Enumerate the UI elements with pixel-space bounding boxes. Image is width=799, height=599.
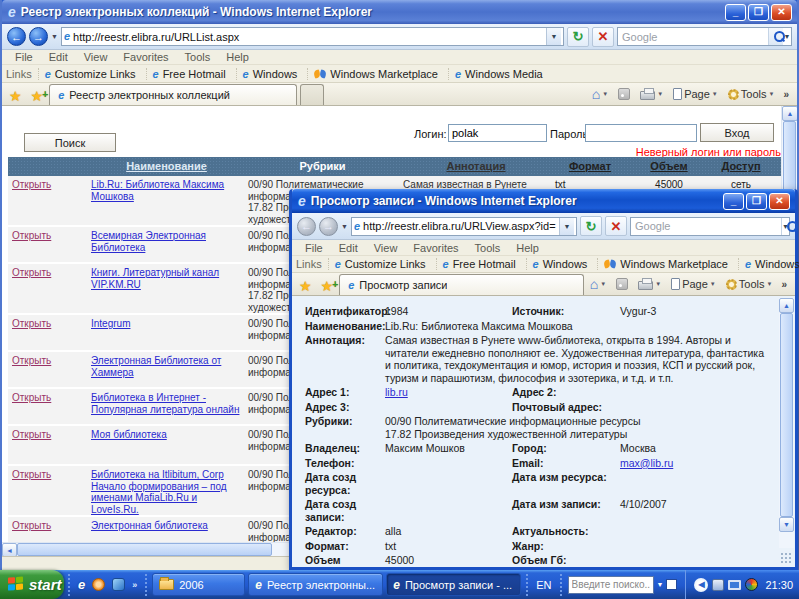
back-button[interactable]: ← — [297, 217, 316, 236]
clock-app-icon[interactable] — [92, 578, 105, 591]
maximize-button[interactable]: ❐ — [748, 4, 769, 21]
resource-name-link[interactable]: Integrum — [88, 318, 245, 330]
column-header[interactable]: Формат — [552, 161, 628, 173]
tab-record-view[interactable]: e Просмотр записи — [339, 274, 584, 295]
main-titlebar[interactable]: e Реестр электронных коллекций - Windows… — [2, 0, 797, 24]
taskbar-search-input[interactable] — [568, 576, 654, 594]
open-record-link[interactable]: Открыть — [8, 429, 88, 441]
scrollbar-thumb[interactable] — [17, 543, 272, 556]
address-dropdown-icon[interactable]: ▼ — [546, 28, 561, 45]
search-input[interactable] — [631, 220, 781, 232]
new-tab-stub[interactable] — [300, 84, 324, 105]
links-item[interactable]: eFree Hotmail — [146, 68, 232, 80]
ie-quicklaunch-icon[interactable]: e — [78, 577, 85, 592]
close-button[interactable]: ✕ — [771, 4, 792, 21]
tab-reestr[interactable]: e Реестр электронных коллекций — [49, 84, 297, 105]
search-magnifier-icon[interactable] — [781, 218, 782, 235]
minimize-button[interactable]: _ — [725, 4, 746, 21]
login-submit-button[interactable]: Вход — [700, 123, 774, 142]
search-magnifier-icon[interactable] — [768, 28, 783, 45]
links-item[interactable]: Windows Marketplace — [597, 258, 734, 270]
address-field[interactable]: e ▼ — [61, 27, 564, 46]
url-input[interactable] — [363, 220, 556, 232]
refresh-button[interactable]: ↻ — [567, 27, 589, 47]
forward-button[interactable]: → — [319, 217, 338, 236]
menu-item-favorites[interactable]: Favorites — [116, 51, 175, 63]
open-record-link[interactable]: Открыть — [8, 392, 88, 404]
feeds-button[interactable] — [613, 277, 631, 291]
url-input[interactable] — [73, 31, 543, 43]
vertical-scrollbar[interactable]: ▲ ▼ — [779, 298, 794, 548]
search-input[interactable] — [618, 31, 768, 43]
more-commands-chevron-icon[interactable]: » — [781, 89, 791, 100]
search-records-button[interactable]: Поиск — [24, 133, 116, 152]
taskbar-task-2[interactable]: eРеестр электронны... — [248, 573, 383, 596]
resource-name-link[interactable]: Электронная Библиотека от Хаммера — [88, 355, 245, 378]
menu-item-edit[interactable]: Edit — [42, 51, 75, 63]
links-item[interactable]: eFree Hotmail — [436, 258, 522, 270]
maximize-button[interactable]: ❐ — [746, 193, 767, 210]
column-header[interactable]: Объем — [628, 161, 710, 173]
history-dropdown-icon[interactable]: ▼ — [341, 223, 348, 230]
menu-item-tools[interactable]: Tools — [468, 242, 508, 254]
links-item[interactable]: eCustomize Links — [328, 258, 432, 270]
resize-grip[interactable] — [780, 552, 793, 565]
taskbar-task-3[interactable]: eПросмотр записи - ... — [386, 573, 521, 596]
popup-titlebar[interactable]: e Просмотр записи - Windows Internet Exp… — [292, 189, 795, 213]
back-button[interactable]: ← — [7, 27, 26, 46]
links-item[interactable]: eWindows — [526, 258, 594, 270]
open-record-link[interactable]: Открыть — [8, 520, 88, 532]
menu-item-view[interactable]: View — [367, 242, 405, 254]
favorites-star-icon[interactable]: ★ — [296, 277, 315, 295]
scroll-down-icon[interactable]: ▼ — [779, 517, 794, 532]
print-button[interactable]: ▼ — [635, 277, 664, 291]
tray-app-icon[interactable] — [712, 579, 724, 591]
add-favorite-icon[interactable]: ★ — [318, 277, 337, 295]
scrollbar-thumb[interactable] — [780, 313, 793, 517]
more-commands-chevron-icon[interactable]: » — [779, 279, 789, 290]
menu-item-file[interactable]: File — [8, 51, 40, 63]
column-header[interactable]: Доступ — [710, 161, 772, 173]
feeds-button[interactable] — [615, 87, 633, 101]
resource-name-link[interactable]: Библиотека в Интернет - Популярная литер… — [88, 392, 245, 415]
taskbar-search-go-button[interactable] — [666, 579, 677, 590]
messenger-app-icon[interactable] — [112, 578, 125, 591]
resource-name-link[interactable]: Электронная библиотека — [88, 520, 245, 532]
minimize-button[interactable]: _ — [723, 193, 744, 210]
menu-item-edit[interactable]: Edit — [332, 242, 365, 254]
menu-item-tools[interactable]: Tools — [178, 51, 218, 63]
links-item[interactable]: eCustomize Links — [38, 68, 142, 80]
links-item[interactable]: eWindows — [236, 68, 304, 80]
resource-name-link[interactable]: Книги. Литературный канал VIP.KM.RU — [88, 267, 245, 290]
column-header[interactable]: Наименование — [88, 161, 245, 173]
add-favorite-icon[interactable]: ★ — [28, 87, 47, 105]
address-field[interactable]: e ▼ — [351, 217, 577, 236]
open-record-link[interactable]: Открыть — [8, 318, 88, 330]
password-input[interactable] — [585, 124, 697, 142]
favorites-star-icon[interactable]: ★ — [6, 87, 25, 105]
stop-button[interactable]: ✕ — [605, 216, 627, 236]
field-value[interactable]: max@lib.ru — [620, 457, 771, 470]
menu-item-help[interactable]: Help — [509, 242, 546, 254]
field-value[interactable]: lib.ru — [385, 386, 512, 399]
print-button[interactable]: ▼ — [637, 87, 666, 101]
page-menu-button[interactable]: Page▼ — [670, 87, 721, 101]
links-item[interactable]: eWindows Media — [448, 68, 549, 80]
quicklaunch-overflow-chevron-icon[interactable]: » — [132, 580, 137, 590]
scroll-up-icon[interactable]: ▲ — [782, 106, 797, 121]
page-menu-button[interactable]: Page▼ — [668, 277, 719, 291]
menu-item-view[interactable]: View — [77, 51, 115, 63]
taskbar-search-dropdown-icon[interactable]: ▼ — [657, 581, 664, 588]
home-button[interactable]: ⌂▼ — [587, 276, 609, 292]
start-button[interactable]: start — [0, 570, 64, 599]
tools-menu-button[interactable]: Tools▼ — [725, 87, 778, 101]
refresh-button[interactable]: ↻ — [580, 216, 602, 236]
close-button[interactable]: ✕ — [769, 193, 790, 210]
resource-name-link[interactable]: Моя библиотека — [88, 429, 245, 441]
links-item[interactable]: Windows Marketplace — [307, 68, 444, 80]
scroll-left-icon[interactable]: ◄ — [2, 543, 17, 556]
login-input[interactable] — [448, 124, 547, 142]
menu-item-file[interactable]: File — [298, 242, 330, 254]
links-item[interactable]: eWindows Media — [738, 258, 799, 270]
open-record-link[interactable]: Открыть — [8, 267, 88, 279]
